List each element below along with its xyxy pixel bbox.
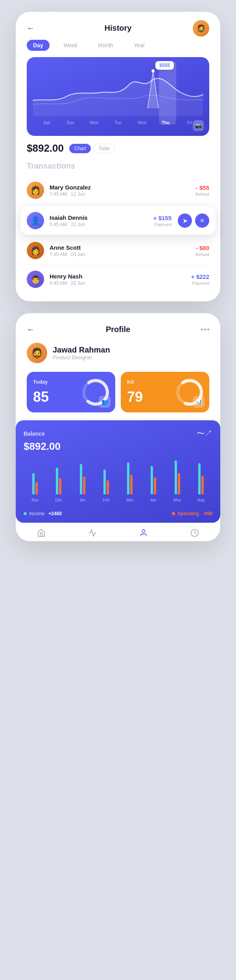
income-bar — [151, 466, 153, 494]
navigate-button[interactable]: ➤ — [178, 213, 192, 228]
tx-type: Refund — [195, 252, 209, 257]
back-button[interactable]: ← — [27, 325, 35, 334]
day-sat: Sat — [35, 120, 59, 125]
month-label: Dec — [55, 498, 62, 502]
transaction-item-expanded[interactable]: 👤 Isaiah Dennis 5:45 AM 22 Jun + $155 Pa… — [20, 206, 216, 235]
chart-bar-icon: 📊 — [193, 396, 205, 408]
back-button[interactable]: ← — [27, 24, 35, 33]
bar-group: Apr — [144, 459, 163, 502]
spending-bar — [201, 476, 204, 494]
transaction-item[interactable]: 👩 Anne Scott 7:45 AM 03 Jan - $80 Refund — [27, 236, 209, 265]
income-bar — [80, 464, 82, 494]
balance-row: $892.00 Chart Table — [27, 142, 209, 154]
profile-title: Profile — [106, 325, 130, 334]
income-bar — [56, 468, 58, 494]
bar-group: Jan — [73, 459, 92, 502]
history-card: ← History 🧔 Day Week Month Year $555 — [16, 12, 220, 301]
bar-group: May — [168, 459, 187, 502]
close-button[interactable]: ✕ — [195, 213, 209, 228]
stat-kit[interactable]: Kit 79 📊 — [121, 372, 209, 412]
month-label: Nov — [31, 498, 39, 502]
income-bar — [175, 460, 177, 494]
tx-info: Henry Nash 5:45 AM 22 Jun — [50, 273, 191, 286]
transactions-title: Transactions — [27, 161, 209, 171]
tx-avatar: 👩 — [27, 242, 44, 259]
nav-profile[interactable] — [139, 529, 148, 537]
bar-group: Feb — [96, 459, 116, 502]
svg-point-5 — [142, 530, 145, 533]
tx-info: Anne Scott 7:45 AM 03 Jan — [50, 244, 195, 257]
day-wed: Wed — [130, 120, 154, 125]
chart-svg — [33, 65, 203, 116]
svg-point-0 — [151, 69, 155, 72]
income-bar — [198, 463, 201, 494]
month-label: Jan — [79, 498, 86, 502]
profile-card: ← Profile 🧔 Jawad Rahman Product Designe… — [16, 313, 220, 541]
stat-today[interactable]: Today 85 👥 — [27, 372, 115, 412]
nav-home[interactable] — [37, 529, 46, 537]
nav-finance[interactable] — [190, 529, 199, 537]
income-bar — [103, 470, 106, 494]
tx-name: Mary Gonzalez — [50, 184, 195, 191]
tx-avatar: 👩 — [27, 182, 44, 199]
stats-row: Today 85 👥 Kit 79 📊 — [27, 372, 209, 412]
tx-avatar: 👨 — [27, 271, 44, 288]
bar-chart: NovDecJanFebMarAprMayAug — [24, 459, 212, 502]
tab-table[interactable]: Table — [93, 144, 115, 153]
more-options-button[interactable] — [201, 329, 209, 330]
tab-chart[interactable]: Chart — [69, 144, 91, 153]
view-tabs: Chart Table — [69, 144, 115, 153]
trend-icon: 〜↗ — [197, 428, 212, 439]
tx-time: 7:45 AM 12 Jun — [50, 191, 195, 197]
legend-income: Income +2460 — [24, 511, 62, 516]
tx-avatar: 👤 — [27, 212, 44, 229]
time-tabs: Day Week Month Year — [27, 40, 209, 51]
chart-days: Sat Sun Mon Tue Wed Thu Fri — [33, 120, 203, 125]
profile-name: Jawad Rahman — [53, 345, 110, 355]
spending-bar — [59, 478, 61, 494]
month-label: Feb — [103, 498, 109, 502]
tx-info: Isaiah Dennis 5:45 AM 22 Jun — [50, 214, 153, 227]
tab-year[interactable]: Year — [127, 40, 151, 51]
transaction-item[interactable]: 👨 Henry Nash 5:45 AM 22 Jun + $222 Payme… — [27, 265, 209, 293]
month-label: Mar — [127, 498, 133, 502]
bar-group: Aug — [191, 459, 211, 502]
month-label: May — [173, 498, 181, 502]
balance-chart-card: Balance 〜↗ $892.00 NovDecJanFebMarAprMay… — [16, 420, 220, 523]
month-label: Aug — [197, 498, 205, 502]
tx-amount: - $80 — [195, 245, 209, 251]
chart-highlight — [159, 61, 176, 125]
tx-name: Isaiah Dennis — [50, 214, 153, 221]
tx-actions: ➤ ✕ — [178, 213, 209, 228]
user-avatar[interactable]: 🧔 — [193, 20, 209, 37]
tx-info: Mary Gonzalez 7:45 AM 12 Jun — [50, 184, 195, 197]
tx-time: 5:45 AM 22 Jun — [50, 222, 153, 227]
tab-week[interactable]: Week — [57, 40, 84, 51]
income-bar — [127, 462, 129, 494]
profile-user-info: 🧔 Jawad Rahman Product Designer — [27, 343, 209, 363]
balance-amount: $892.00 — [27, 142, 64, 154]
day-tue: Tue — [106, 120, 130, 125]
chart-legend: Income +2460 Spending -999 — [24, 511, 212, 516]
history-header: ← History 🧔 — [27, 24, 209, 33]
income-dot — [24, 512, 27, 515]
tab-day[interactable]: Day — [27, 40, 50, 51]
camera-icon[interactable]: 📷 — [193, 120, 204, 131]
tab-month[interactable]: Month — [92, 40, 120, 51]
spending-bar — [178, 473, 180, 494]
tx-type: Payment — [191, 281, 209, 286]
user-group-icon: 👥 — [99, 396, 111, 408]
nav-activity[interactable] — [88, 529, 97, 537]
month-label: Apr — [151, 498, 157, 502]
transaction-item[interactable]: 👩 Mary Gonzalez 7:45 AM 12 Jun - $55 Ref… — [27, 176, 209, 205]
tx-type: Refund — [195, 192, 209, 197]
income-bar — [32, 473, 35, 494]
balance-amount: $892.00 — [24, 440, 212, 453]
legend-spending: Spending -999 — [172, 511, 212, 516]
tx-type: Payment — [153, 222, 171, 227]
bc-header: Balance 〜↗ — [24, 428, 212, 439]
spending-bar — [107, 480, 109, 494]
profile-avatar: 🧔 — [27, 343, 47, 363]
tx-time: 5:45 AM 22 Jun — [50, 280, 191, 286]
day-sun: Sun — [59, 120, 83, 125]
